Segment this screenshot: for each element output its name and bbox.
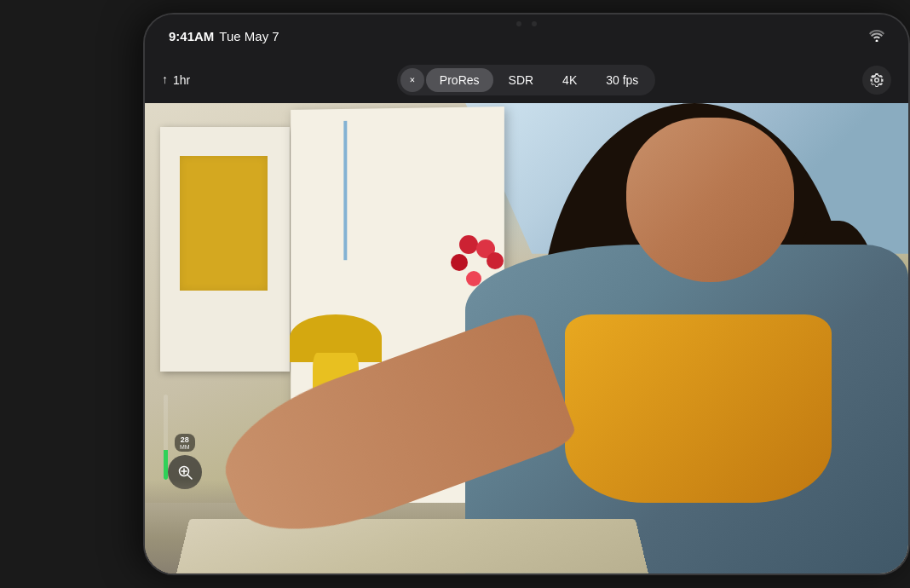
framerate-pill[interactable]: 30 fps: [592, 68, 652, 92]
camera-dot-left: [516, 21, 521, 26]
focal-length: 28: [181, 435, 189, 444]
close-button[interactable]: ×: [400, 68, 424, 92]
status-left: 9:41AM Tue May 7: [169, 29, 279, 43]
svg-line-1: [187, 475, 192, 479]
gear-icon: [869, 72, 884, 88]
sketchbook: [176, 519, 648, 574]
petal-1: [459, 235, 478, 254]
wall-painting: [160, 127, 290, 372]
toolbar-center: × ProRes SDR 4K 30 fps: [397, 65, 656, 95]
focal-unit: MM: [180, 444, 190, 450]
focal-badge: 28 MM: [175, 434, 195, 452]
dynamic-range-pill[interactable]: SDR: [495, 68, 548, 92]
exposure-bar: [164, 395, 168, 480]
toolbar: ↑ 1hr × ProRes SDR 4K 30 fps: [145, 57, 908, 103]
toolbar-left: ↑ 1hr: [162, 73, 190, 87]
recording-arrow-icon: ↑: [162, 73, 168, 87]
magnify-icon: [177, 464, 193, 480]
camera-scene: [145, 103, 908, 574]
recording-label: 1hr: [173, 73, 190, 87]
camera-dot-right: [532, 21, 537, 26]
petal-3: [451, 254, 468, 271]
camera-area: [516, 21, 537, 26]
exposure-level: [164, 450, 168, 480]
person-shirt: [565, 314, 832, 503]
person-face: [626, 118, 794, 282]
status-right: [869, 30, 884, 42]
settings-button[interactable]: [862, 66, 891, 95]
status-time: 9:41AM: [169, 29, 214, 43]
resolution-pill[interactable]: 4K: [549, 68, 590, 92]
canvas-tape: [343, 120, 347, 260]
format-pill[interactable]: ProRes: [426, 68, 493, 92]
wifi-icon: [869, 30, 884, 42]
ipad-device: 9:41AM Tue May 7 ↑ 1hr × ProRes SDR 4K: [143, 13, 910, 575]
close-icon: ×: [409, 74, 415, 87]
viewfinder: 28 MM AF: [145, 103, 908, 574]
petal-4: [487, 252, 504, 269]
status-date: Tue May 7: [219, 29, 279, 43]
painting-inner: [180, 156, 268, 291]
